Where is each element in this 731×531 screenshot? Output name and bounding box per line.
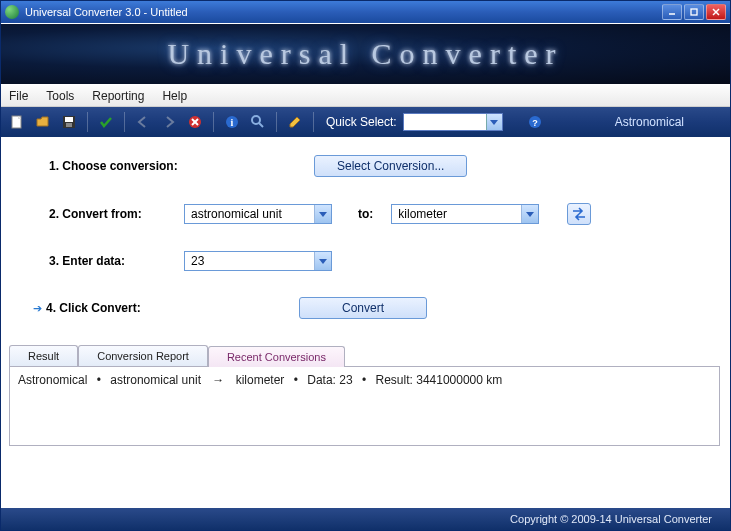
maximize-button[interactable]: [684, 4, 704, 20]
banner: Universal Converter: [1, 23, 730, 85]
chevron-down-icon: [486, 114, 502, 130]
arrow-icon: ➔: [33, 302, 42, 315]
result-to: kilometer: [236, 373, 285, 387]
step-1: 1. Choose conversion: Select Conversion.…: [49, 155, 702, 177]
category-label: Astronomical: [615, 115, 684, 129]
content-area: 1. Choose conversion: Select Conversion.…: [1, 137, 730, 508]
bullet-icon: •: [294, 373, 298, 387]
svg-text:?: ?: [532, 118, 538, 128]
copyright: Copyright © 2009-14 Universal Converter: [510, 513, 712, 525]
svg-point-13: [252, 116, 260, 124]
menu-reporting[interactable]: Reporting: [92, 89, 144, 103]
app-window: Universal Converter 3.0 - Untitled Unive…: [0, 0, 731, 531]
tab-result[interactable]: Result: [9, 345, 78, 366]
svg-text:i: i: [231, 117, 234, 128]
svg-rect-7: [66, 123, 72, 127]
bullet-icon: •: [97, 373, 101, 387]
quick-select-dropdown[interactable]: [403, 113, 503, 131]
step1-label: 1. Choose conversion:: [49, 159, 204, 173]
convert-to-value: kilometer: [392, 207, 521, 221]
svg-line-14: [259, 123, 263, 127]
convert-from-value: astronomical unit: [185, 207, 314, 221]
titlebar: Universal Converter 3.0 - Untitled: [1, 1, 730, 23]
step3-label: 3. Enter data:: [49, 254, 184, 268]
close-button[interactable]: [706, 4, 726, 20]
select-conversion-button[interactable]: Select Conversion...: [314, 155, 467, 177]
toolbar: i Quick Select: ? Astronomical: [1, 107, 730, 137]
step2-label: 2. Convert from:: [49, 207, 184, 221]
result-label: Result:: [376, 373, 413, 387]
edit-button[interactable]: [285, 112, 305, 132]
menubar: File Tools Reporting Help: [1, 85, 730, 107]
accept-button[interactable]: [96, 112, 116, 132]
open-button[interactable]: [33, 112, 53, 132]
footer: Copyright © 2009-14 Universal Converter: [1, 508, 730, 530]
step-4: ➔ 4. Click Convert: Convert: [49, 297, 702, 319]
cancel-button[interactable]: [185, 112, 205, 132]
enter-data-input[interactable]: 23: [184, 251, 332, 271]
separator: [124, 112, 125, 132]
result-value: 3441000000 km: [416, 373, 502, 387]
menu-tools[interactable]: Tools: [46, 89, 74, 103]
arrow-right-icon: →: [212, 373, 224, 387]
result-data-label: Data:: [307, 373, 336, 387]
search-button[interactable]: [248, 112, 268, 132]
to-label: to:: [358, 207, 373, 221]
separator: [276, 112, 277, 132]
bullet-icon: •: [362, 373, 366, 387]
tabs: Result Conversion Report Recent Conversi…: [9, 345, 720, 366]
swap-units-button[interactable]: [567, 203, 591, 225]
menu-file[interactable]: File: [9, 89, 28, 103]
help-button[interactable]: ?: [525, 112, 545, 132]
separator: [213, 112, 214, 132]
minimize-button[interactable]: [662, 4, 682, 20]
menu-help[interactable]: Help: [162, 89, 187, 103]
chevron-down-icon: [521, 205, 538, 223]
data-value: 23: [185, 254, 314, 268]
new-button[interactable]: [7, 112, 27, 132]
step4-label: 4. Click Convert:: [46, 301, 189, 315]
convert-button[interactable]: Convert: [299, 297, 427, 319]
app-icon: [5, 5, 19, 19]
convert-to-dropdown[interactable]: kilometer: [391, 204, 539, 224]
convert-from-dropdown[interactable]: astronomical unit: [184, 204, 332, 224]
separator: [87, 112, 88, 132]
result-data: 23: [339, 373, 352, 387]
result-from: astronomical unit: [110, 373, 201, 387]
step-3: 3. Enter data: 23: [49, 251, 702, 271]
window-title: Universal Converter 3.0 - Untitled: [25, 6, 660, 18]
save-button[interactable]: [59, 112, 79, 132]
quick-select-label: Quick Select:: [326, 115, 397, 129]
separator: [313, 112, 314, 132]
tab-conversion-report[interactable]: Conversion Report: [78, 345, 208, 366]
chevron-down-icon: [314, 205, 331, 223]
chevron-down-icon: [314, 252, 331, 270]
back-button[interactable]: [133, 112, 153, 132]
forward-button[interactable]: [159, 112, 179, 132]
result-category: Astronomical: [18, 373, 87, 387]
svg-rect-6: [65, 117, 73, 122]
result-panel: Astronomical • astronomical unit → kilom…: [9, 366, 720, 446]
tab-recent-conversions[interactable]: Recent Conversions: [208, 346, 345, 367]
step-2: 2. Convert from: astronomical unit to: k…: [49, 203, 702, 225]
svg-rect-1: [691, 9, 697, 15]
info-button[interactable]: i: [222, 112, 242, 132]
